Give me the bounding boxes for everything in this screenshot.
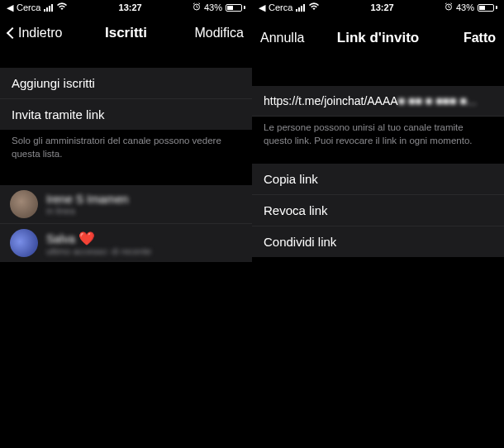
member-name: Salva ❤️: [46, 231, 151, 246]
navbar-subscribers: Indietro Iscritti Modifica: [0, 15, 252, 51]
heart-icon: ❤️: [78, 231, 95, 245]
battery-icon: [478, 4, 497, 12]
member-status: ultimo accesso: di recente: [46, 246, 151, 256]
pane-subscribers: ◀ Cerca 13:27 43% Indietro Iscritti: [0, 0, 252, 448]
battery-icon: [226, 4, 245, 12]
cancel-label: Annulla: [260, 31, 304, 45]
footer-note: Solo gli amministratori del canale posso…: [0, 130, 252, 160]
revoke-link-row[interactable]: Revoca link: [252, 195, 504, 226]
alarm-icon: [445, 2, 453, 12]
status-bar: ◀ Cerca 13:27 43%: [252, 0, 504, 15]
member-row[interactable]: Irene S Imamen in linea: [0, 185, 252, 224]
share-link-label: Condividi link: [264, 235, 336, 249]
pane-invite-link: ◀ Cerca 13:27 43% Annulla Link d'invito: [252, 0, 504, 448]
invite-link-row[interactable]: Invita tramite link: [0, 99, 252, 130]
back-app-label: Cerca: [17, 2, 40, 12]
invite-link-field[interactable]: https://t.me/joinchat/AAAA■ ■■ ■ ■■■ ■..…: [252, 86, 504, 117]
battery-pct: 43%: [456, 2, 474, 12]
back-label: Indietro: [18, 26, 62, 41]
add-subscribers-row[interactable]: Aggiungi iscritti: [0, 68, 252, 99]
done-button[interactable]: Fatto: [438, 31, 496, 45]
page-title: Iscritti: [105, 25, 147, 41]
signal-icon: [44, 4, 53, 12]
member-status: in linea: [46, 206, 129, 216]
chevron-left-icon: [7, 27, 18, 39]
status-left: ◀ Cerca: [259, 2, 320, 13]
status-time: 13:27: [119, 2, 142, 12]
actions-group: Aggiungi iscritti Invita tramite link: [0, 68, 252, 130]
revoke-link-label: Revoca link: [264, 203, 328, 217]
status-bar: ◀ Cerca 13:27 43%: [0, 0, 252, 15]
share-link-row[interactable]: Condividi link: [252, 226, 504, 257]
cancel-button[interactable]: Annulla: [260, 31, 318, 45]
avatar: [10, 229, 38, 257]
battery-pct: 43%: [204, 2, 222, 12]
copy-link-label: Copia link: [264, 172, 318, 186]
signal-icon: [296, 4, 305, 12]
status-right: 43%: [445, 2, 497, 12]
status-time: 13:27: [371, 2, 394, 12]
members-list: Irene S Imamen in linea Salva ❤️ ultimo …: [0, 185, 252, 262]
link-actions-group: Copia link Revoca link Condividi link: [252, 164, 504, 257]
edit-button[interactable]: Modifica: [186, 26, 244, 41]
status-right: 43%: [193, 2, 245, 12]
wifi-icon: [56, 2, 68, 12]
member-name: Irene S Imamen: [46, 193, 129, 206]
done-label: Fatto: [464, 31, 496, 45]
invite-link-prefix: https://t.me/joinchat/AAAA: [264, 94, 398, 107]
status-left: ◀ Cerca: [7, 2, 68, 13]
copy-link-row[interactable]: Copia link: [252, 164, 504, 195]
wifi-icon: [308, 2, 320, 12]
invite-link-label: Invita tramite link: [12, 107, 105, 122]
back-button[interactable]: Indietro: [8, 26, 66, 41]
back-app-caret: ◀: [7, 2, 13, 13]
alarm-icon: [193, 2, 201, 12]
navbar-invite: Annulla Link d'invito Fatto: [252, 15, 504, 61]
add-subscribers-label: Aggiungi iscritti: [12, 76, 95, 90]
avatar: [10, 190, 38, 218]
invite-note: Le persone possono unirsi al tuo canale …: [252, 117, 504, 147]
invite-link-obscured: ■ ■■ ■ ■■■ ■...: [398, 94, 477, 107]
member-row[interactable]: Salva ❤️ ultimo accesso: di recente: [0, 224, 252, 262]
back-app-label: Cerca: [269, 2, 292, 12]
page-title: Link d'invito: [337, 30, 419, 46]
back-app-caret: ◀: [259, 2, 265, 13]
edit-label: Modifica: [194, 26, 244, 41]
